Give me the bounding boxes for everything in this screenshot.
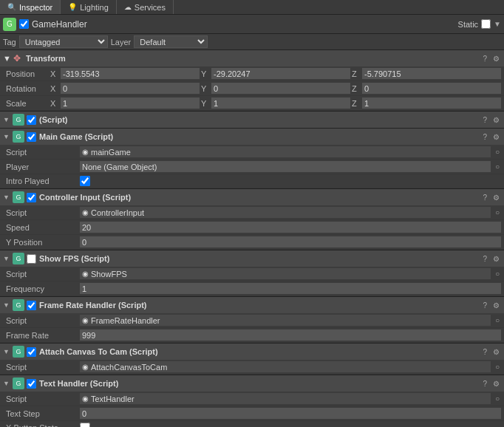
controller-script-row: Script ◉ ControllerInput ○ bbox=[0, 205, 504, 220]
text-step-input[interactable] bbox=[80, 408, 501, 419]
script-menu-btn[interactable]: ⚙ bbox=[491, 116, 501, 124]
frame-rate-title: Frame Rate Handler (Script) bbox=[39, 301, 481, 310]
main-game-script-pick[interactable]: ○ bbox=[494, 148, 501, 156]
frame-rate-label: Frame Rate bbox=[6, 331, 80, 340]
transform-help-btn[interactable]: ? bbox=[481, 55, 488, 63]
y-position-input[interactable] bbox=[80, 236, 501, 247]
tab-lighting[interactable]: 💡 Lighting bbox=[61, 0, 117, 14]
scale-x-axis: X bbox=[50, 99, 59, 108]
controller-input-help-btn[interactable]: ? bbox=[481, 194, 488, 202]
object-active-checkbox[interactable] bbox=[19, 19, 29, 29]
controller-input-btns: ? ⚙ bbox=[481, 194, 501, 202]
scale-x-input[interactable] bbox=[61, 98, 200, 109]
controller-script-pick[interactable]: ○ bbox=[494, 208, 501, 216]
frame-rate-header[interactable]: ▼ G Frame Rate Handler (Script) ? ⚙ bbox=[0, 297, 504, 313]
text-handler-help-btn[interactable]: ? bbox=[481, 380, 488, 388]
script-comp-checkbox[interactable] bbox=[27, 115, 36, 125]
controller-input-component: ▼ G Controller Input (Script) ? ⚙ Script… bbox=[0, 189, 504, 250]
main-game-body: Script ◉ mainGame ○ Player ○ Intro Playe… bbox=[0, 145, 504, 188]
attach-canvas-checkbox[interactable] bbox=[27, 347, 36, 357]
show-fps-script-pick[interactable]: ○ bbox=[494, 270, 501, 278]
text-handler-header[interactable]: ▼ G Text Handler (Script) ? ⚙ bbox=[0, 375, 504, 392]
rotation-y-input[interactable] bbox=[211, 83, 350, 94]
show-fps-script-name: ShowFPS bbox=[91, 270, 127, 279]
attach-canvas-body: Script ◉ AttachCanvasToCam ○ bbox=[0, 360, 504, 375]
show-fps-help-btn[interactable]: ? bbox=[481, 255, 488, 263]
static-label: Static bbox=[458, 20, 479, 29]
main-game-intro-row: Intro Played bbox=[0, 174, 504, 188]
attach-canvas-header[interactable]: ▼ G Attach Canvas To Cam (Script) ? ⚙ bbox=[0, 344, 504, 360]
position-y-input[interactable] bbox=[211, 68, 350, 79]
x-button-state-label: X Button State bbox=[6, 423, 80, 427]
layer-select[interactable]: Default bbox=[134, 35, 208, 48]
position-x-input[interactable] bbox=[61, 68, 200, 79]
x-button-state-checkbox[interactable] bbox=[80, 423, 90, 427]
static-checkbox[interactable] bbox=[481, 19, 491, 29]
transform-menu-btn[interactable]: ⚙ bbox=[491, 55, 501, 63]
main-game-arrow: ▼ bbox=[3, 133, 10, 140]
script-help-btn[interactable]: ? bbox=[481, 116, 488, 124]
frequency-row: Frequency bbox=[0, 281, 504, 296]
scale-z-input[interactable] bbox=[362, 98, 501, 109]
rotation-x-item: X bbox=[50, 83, 200, 94]
attach-canvas-script-pick[interactable]: ○ bbox=[494, 363, 501, 371]
frame-rate-checkbox[interactable] bbox=[27, 301, 36, 310]
text-handler-script-field: ◉ TextHandler bbox=[80, 393, 491, 404]
text-handler-menu-btn[interactable]: ⚙ bbox=[491, 380, 501, 388]
main-game-header[interactable]: ▼ G Main Game (Script) ? ⚙ bbox=[0, 129, 504, 145]
frame-rate-script-pick[interactable]: ○ bbox=[494, 316, 501, 324]
transform-body: Position X Y Z bbox=[0, 66, 504, 111]
controller-script-label: Script bbox=[6, 208, 80, 217]
frame-rate-help-btn[interactable]: ? bbox=[481, 301, 488, 310]
scale-xyz: X Y Z bbox=[50, 98, 501, 109]
speed-input[interactable] bbox=[80, 222, 501, 233]
player-field[interactable] bbox=[80, 161, 491, 172]
show-fps-checkbox[interactable] bbox=[27, 254, 36, 264]
main-game-component: ▼ G Main Game (Script) ? ⚙ Script ◉ main… bbox=[0, 129, 504, 189]
player-label: Player bbox=[6, 163, 80, 171]
text-handler-body: Script ◉ TextHandler ○ Text Step X Butto… bbox=[0, 392, 504, 427]
main-game-player-row: Player ○ bbox=[0, 160, 504, 174]
frame-rate-script-label: Script bbox=[6, 316, 80, 325]
attach-canvas-title: Attach Canvas To Cam (Script) bbox=[39, 347, 481, 356]
position-xyz: X Y Z bbox=[50, 68, 501, 79]
controller-input-title: Controller Input (Script) bbox=[39, 193, 481, 202]
show-fps-header[interactable]: ▼ G Show FPS (Script) ? ⚙ bbox=[0, 250, 504, 267]
controller-input-header[interactable]: ▼ G Controller Input (Script) ? ⚙ bbox=[0, 189, 504, 205]
frequency-input[interactable] bbox=[80, 283, 501, 294]
frame-rate-menu-btn[interactable]: ⚙ bbox=[491, 301, 501, 310]
controller-input-checkbox[interactable] bbox=[27, 193, 36, 202]
scale-y-input[interactable] bbox=[211, 98, 350, 109]
script-component-header[interactable]: ▼ G (Script) ? ⚙ bbox=[0, 112, 504, 128]
main-game-menu-btn[interactable]: ⚙ bbox=[491, 133, 501, 141]
main-game-checkbox[interactable] bbox=[27, 132, 36, 142]
tab-services[interactable]: ☁ Services bbox=[117, 0, 174, 14]
rotation-z-input[interactable] bbox=[362, 83, 501, 94]
show-fps-arrow: ▼ bbox=[3, 255, 10, 262]
show-fps-menu-btn[interactable]: ⚙ bbox=[491, 255, 501, 263]
tab-inspector[interactable]: 🔍 Inspector bbox=[0, 0, 61, 14]
tag-label: Tag bbox=[3, 38, 16, 47]
player-pick[interactable]: ○ bbox=[494, 163, 501, 171]
transform-header[interactable]: ▼ ✥ Transform ? ⚙ bbox=[0, 50, 504, 66]
rotation-x-input[interactable] bbox=[61, 83, 200, 94]
text-handler-arrow: ▼ bbox=[3, 380, 10, 387]
scale-y-item: Y bbox=[201, 98, 350, 109]
tag-select[interactable]: Untagged bbox=[19, 35, 108, 48]
text-handler-btns: ? ⚙ bbox=[481, 380, 501, 388]
intro-played-checkbox[interactable] bbox=[80, 176, 90, 186]
text-handler-script-pick[interactable]: ○ bbox=[494, 394, 501, 403]
frame-rate-script-name: FrameRateHandler bbox=[91, 316, 160, 325]
maximize-icon[interactable]: ▼ bbox=[494, 20, 501, 28]
main-game-help-btn[interactable]: ? bbox=[481, 133, 488, 141]
text-handler-checkbox[interactable] bbox=[27, 379, 36, 389]
controller-input-menu-btn[interactable]: ⚙ bbox=[491, 194, 501, 202]
attach-canvas-help-btn[interactable]: ? bbox=[481, 348, 488, 356]
inspector-scroll[interactable]: ▼ ✥ Transform ? ⚙ Position X Y bbox=[0, 50, 504, 427]
frame-rate-input[interactable] bbox=[80, 329, 501, 341]
position-z-input[interactable] bbox=[362, 68, 501, 79]
attach-canvas-menu-btn[interactable]: ⚙ bbox=[491, 348, 501, 356]
lighting-icon: 💡 bbox=[68, 3, 77, 11]
transform-header-buttons: ? ⚙ bbox=[481, 55, 501, 63]
inspector-icon: 🔍 bbox=[7, 3, 16, 11]
